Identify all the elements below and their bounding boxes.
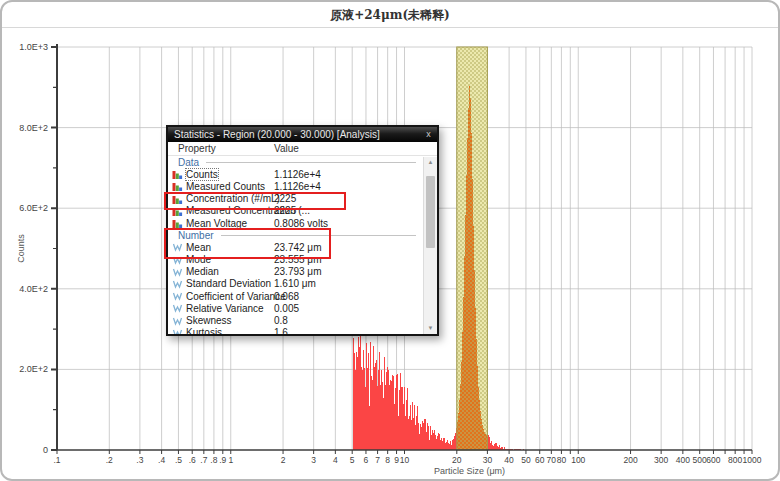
- x-tick-label: 9: [394, 455, 399, 465]
- x-tick-label: 4: [333, 455, 338, 465]
- y-tick-label: 8.0E+2: [19, 123, 48, 133]
- section-rule: [221, 235, 416, 236]
- distribution-icon: [172, 279, 183, 289]
- x-tick-label: 20: [452, 455, 462, 465]
- x-tick-label: 2: [281, 455, 286, 465]
- stat-value: 2225: [274, 193, 296, 204]
- dialog-scrollbar[interactable]: ▲ ▼: [423, 157, 437, 334]
- x-tick-label: 1000: [743, 455, 762, 465]
- distribution-icon: [172, 255, 183, 265]
- x-tick-label: 10: [400, 455, 410, 465]
- histogram-icon: [172, 218, 183, 228]
- scroll-down-icon[interactable]: ▼: [424, 323, 437, 334]
- app-window: 原液+24μm(未稀释) 02.0E+24.0E+26.0E+28.0E+21.…: [0, 0, 780, 481]
- x-tick-label: 50: [521, 455, 531, 465]
- stat-value: 23.793 μm: [274, 266, 321, 277]
- stat-row[interactable]: Mode23.555 μm: [168, 254, 424, 266]
- stat-row[interactable]: Measured Concentration (...2225: [168, 205, 424, 217]
- stat-property: Skewness: [186, 315, 232, 326]
- column-property: Property: [178, 143, 216, 154]
- x-tick-label: 5: [350, 455, 355, 465]
- stat-property: Standard Deviation: [186, 278, 271, 289]
- stat-rows: DataCounts1.1126e+4Measured Counts1.1126…: [168, 156, 424, 334]
- x-tick-label: .3: [136, 455, 143, 465]
- stat-row[interactable]: Measured Counts1.1126e+4: [168, 180, 424, 192]
- stat-property: Measured Counts: [186, 181, 265, 192]
- x-tick-label: 30: [483, 455, 493, 465]
- close-icon[interactable]: x: [423, 129, 434, 140]
- stat-row[interactable]: Coefficient of Variance0.068: [168, 290, 424, 302]
- x-tick-label: 1: [228, 455, 233, 465]
- stat-value: 1.6: [274, 327, 288, 334]
- stat-property: Counts: [186, 169, 218, 180]
- distribution-icon: [172, 267, 183, 277]
- scrollbar-thumb[interactable]: [426, 176, 435, 248]
- stat-value: 1.610 μm: [274, 278, 316, 289]
- stat-row[interactable]: Standard Deviation1.610 μm: [168, 278, 424, 290]
- x-tick-label: 3: [311, 455, 316, 465]
- dialog-column-header: Property Value: [168, 142, 437, 156]
- x-tick-label: .4: [158, 455, 165, 465]
- y-tick-label: 6.0E+2: [19, 203, 48, 213]
- stat-property: Mean Voltage: [186, 218, 247, 229]
- stat-row[interactable]: Relative Variance0.005: [168, 302, 424, 314]
- stat-value: 1.1126e+4: [274, 169, 321, 180]
- dialog-titlebar[interactable]: Statistics - Region (20.000 - 30.000) [A…: [168, 127, 437, 142]
- distribution-icon: [172, 316, 183, 326]
- section-name: Data: [178, 157, 199, 168]
- stat-section-header: Number: [168, 229, 424, 241]
- stat-row[interactable]: Skewness0.8: [168, 314, 424, 326]
- x-tick-label: .5: [175, 455, 182, 465]
- stat-row[interactable]: Median23.793 μm: [168, 266, 424, 278]
- x-tick-label: 100: [571, 455, 585, 465]
- histogram-icon: [172, 194, 183, 204]
- statistics-dialog: Statistics - Region (20.000 - 30.000) [A…: [166, 125, 439, 336]
- stat-value: 23.555 μm: [274, 254, 321, 265]
- y-axis-title: Counts: [16, 234, 26, 263]
- y-tick-label: 2.0E+2: [19, 364, 48, 374]
- column-value: Value: [274, 143, 299, 154]
- stat-property: Mode: [186, 254, 211, 265]
- x-tick-label: 40: [504, 455, 514, 465]
- x-tick-label: 300: [654, 455, 668, 465]
- stat-row[interactable]: Mean23.742 μm: [168, 241, 424, 253]
- x-tick-label: 800: [728, 455, 742, 465]
- stat-value: 1.1126e+4: [274, 181, 321, 192]
- stat-row[interactable]: Counts1.1126e+4: [168, 168, 424, 180]
- analysis-region-pattern: [457, 47, 488, 450]
- scroll-up-icon[interactable]: ▲: [424, 157, 437, 168]
- stat-value: 2225: [274, 205, 296, 216]
- dialog-body: Property Value DataCounts1.1126e+4Measur…: [168, 142, 437, 334]
- stat-row[interactable]: Kurtosis1.6: [168, 327, 424, 334]
- stat-row[interactable]: Mean Voltage0.8086 volts: [168, 217, 424, 229]
- x-tick-label: .1: [53, 455, 60, 465]
- distribution-icon: [172, 242, 183, 252]
- x-tick-label: 7: [375, 455, 380, 465]
- distribution-icon: [172, 291, 183, 301]
- histogram-icon: [172, 169, 183, 179]
- y-tick-label: 1.0E+3: [19, 42, 48, 52]
- stat-section-header: Data: [168, 156, 424, 168]
- stat-value: 0.8: [274, 315, 288, 326]
- stat-property: Median: [186, 266, 219, 277]
- x-axis-title: Particle Size (μm): [434, 466, 505, 476]
- stat-property: Mean: [186, 242, 211, 253]
- section-name: Number: [178, 230, 214, 241]
- x-tick-label: .8: [210, 455, 217, 465]
- stat-value: 0.005: [274, 303, 299, 314]
- stat-row[interactable]: Concentration (#/mL)2225: [168, 193, 424, 205]
- y-tick-label: 4.0E+2: [19, 284, 48, 294]
- x-tick-label: .2: [106, 455, 113, 465]
- x-tick-label: 200: [623, 455, 637, 465]
- x-tick-label: 70: [547, 455, 557, 465]
- stat-property: Concentration (#/mL): [186, 193, 280, 204]
- distribution-icon: [172, 303, 183, 313]
- x-tick-label: 8: [385, 455, 390, 465]
- x-tick-label: 600: [706, 455, 720, 465]
- distribution-icon: [172, 328, 183, 334]
- histogram-icon: [172, 181, 183, 191]
- y-tick-label: 0: [43, 445, 48, 455]
- stat-property: Coefficient of Variance: [186, 291, 286, 302]
- section-rule: [206, 162, 416, 163]
- stat-property: Relative Variance: [186, 303, 264, 314]
